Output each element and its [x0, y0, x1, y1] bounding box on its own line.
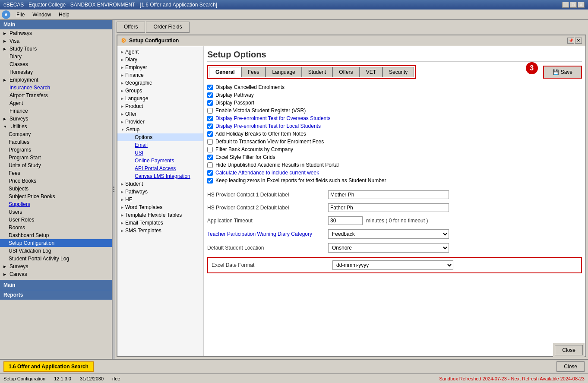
- tree-item-student[interactable]: ▶ Student: [117, 180, 203, 188]
- sidebar-item-classes[interactable]: ▶ Classes: [0, 60, 112, 68]
- tab-language[interactable]: Language: [266, 67, 301, 77]
- tree-item-employer[interactable]: ▶ Employer: [117, 63, 203, 71]
- sidebar-item-setup-configuration[interactable]: Setup Configuration: [0, 239, 112, 247]
- sidebar-item-agent[interactable]: ▶ Agent: [0, 99, 112, 107]
- sidebar-item-price-books[interactable]: Price Books: [0, 177, 112, 185]
- checkbox-input[interactable]: [207, 85, 213, 90]
- task-button[interactable]: 1.6 Offer and Application Search: [3, 361, 94, 372]
- hs-contact-1-input[interactable]: [328, 190, 449, 199]
- tab-offers[interactable]: Offers: [332, 67, 359, 77]
- checkbox-input[interactable]: [207, 147, 213, 152]
- excel-date-format-select[interactable]: dd-mmm-yyyy: [332, 260, 453, 270]
- checkbox-input[interactable]: [207, 139, 213, 145]
- close-button-bottom[interactable]: Close: [556, 361, 585, 372]
- checkbox-input[interactable]: [207, 100, 213, 106]
- sidebar-item-company[interactable]: Company: [0, 130, 112, 138]
- tree-item-setup[interactable]: ▼ Setup: [117, 126, 203, 133]
- sidebar-item-diary[interactable]: ▶ Diary: [0, 53, 112, 60]
- checkbox-input[interactable]: [207, 108, 213, 114]
- tab-fees[interactable]: Fees: [241, 67, 266, 77]
- sidebar-item-homestay[interactable]: ▶ Homestay: [0, 68, 112, 76]
- menu-file[interactable]: File: [13, 11, 28, 19]
- tree-item-diary[interactable]: ▶ Diary: [117, 56, 203, 63]
- tree-item-api-portal-access[interactable]: API Portal Access: [117, 165, 203, 172]
- tree-item-online-payments[interactable]: Online Payments: [117, 157, 203, 165]
- sidebar-item-study-tours[interactable]: ▶ Study Tours: [0, 45, 112, 53]
- tab-vet[interactable]: VET: [360, 67, 383, 77]
- sidebar-item-canvas[interactable]: ▶ Canvas: [0, 270, 112, 278]
- tree-item-email[interactable]: Email: [117, 141, 203, 149]
- sidebar-item-pathways[interactable]: ▶ Pathways: [0, 29, 112, 37]
- sidebar-item-surveys2[interactable]: ▶ Surveys: [0, 263, 112, 270]
- sidebar-item-fees[interactable]: Fees: [0, 169, 112, 177]
- tree-item-groups[interactable]: ▶ Groups: [117, 87, 203, 95]
- tab-order-fields[interactable]: Order Fields: [146, 22, 189, 33]
- close-panel-button[interactable]: ✕: [575, 38, 582, 44]
- application-timeout-input[interactable]: [328, 216, 363, 225]
- checkbox-input[interactable]: [207, 116, 213, 121]
- checkbox-input[interactable]: [207, 131, 213, 137]
- maximize-button[interactable]: □: [570, 2, 577, 8]
- sidebar-item-users[interactable]: Users: [0, 208, 112, 216]
- sidebar-item-surveys[interactable]: ▶ Surveys: [0, 115, 112, 123]
- menu-window[interactable]: Window: [29, 11, 54, 19]
- tab-security[interactable]: Security: [383, 67, 414, 77]
- tree-item-provider[interactable]: ▶ Provider: [117, 118, 203, 126]
- tree-item-email-templates[interactable]: ▶ Email Templates: [117, 219, 203, 227]
- sidebar-item-suppliers[interactable]: Suppliers: [0, 200, 112, 208]
- tree-item-he[interactable]: ▶ HE: [117, 196, 203, 203]
- sidebar-section-main[interactable]: Main: [0, 280, 112, 290]
- sidebar-item-insurance-search[interactable]: ▶ Insurance Search: [0, 84, 112, 92]
- tree-item-geographic[interactable]: ▶ Geographic: [117, 79, 203, 87]
- checkbox-input[interactable]: [207, 178, 213, 184]
- tree-item-finance[interactable]: ▶ Finance: [117, 71, 203, 79]
- tree-item-offer[interactable]: ▶ Offer: [117, 110, 203, 118]
- sidebar-item-visa[interactable]: ▶ Visa: [0, 37, 112, 45]
- checkbox-input[interactable]: [207, 92, 213, 98]
- checkbox-input[interactable]: [207, 162, 213, 168]
- sidebar-item-utilities[interactable]: ▼ Utilities: [0, 123, 112, 130]
- tree-item-template-flexible-tables[interactable]: ▶ Template Flexible Tables: [117, 211, 203, 219]
- tab-offers[interactable]: Offers: [117, 22, 145, 33]
- tree-item-canvas-lms[interactable]: Canvas LMS Integration: [117, 172, 203, 180]
- sidebar-item-units-of-study[interactable]: Units of Study: [0, 161, 112, 169]
- checkbox-input[interactable]: [207, 155, 213, 160]
- close-button[interactable]: Close: [555, 345, 583, 355]
- default-student-location-select[interactable]: Onshore: [328, 243, 449, 253]
- sidebar-section-reports[interactable]: Reports: [0, 290, 112, 300]
- pin-button[interactable]: 📌: [567, 38, 574, 44]
- sidebar-item-faculties[interactable]: Faculties: [0, 138, 112, 146]
- hs-contact-2-input[interactable]: [328, 203, 449, 212]
- sidebar-item-user-roles[interactable]: User Roles: [0, 216, 112, 224]
- teacher-participation-select[interactable]: Feedback: [328, 229, 449, 239]
- checkbox-input[interactable]: [207, 170, 213, 176]
- sidebar-item-finance[interactable]: ▶ Finance: [0, 107, 112, 115]
- checkbox-input[interactable]: [207, 123, 213, 129]
- sidebar-item-dashboard-setup[interactable]: Dashboard Setup: [0, 231, 112, 239]
- sidebar-item-program-start[interactable]: Program Start: [0, 154, 112, 161]
- sidebar-item-rooms[interactable]: Rooms: [0, 224, 112, 231]
- window-title-text: Setup Configuration: [129, 38, 179, 44]
- arrow-icon: ▶: [3, 47, 6, 51]
- sidebar-item-programs[interactable]: Programs: [0, 146, 112, 154]
- tree-item-options[interactable]: Options: [117, 133, 203, 141]
- tree-item-usi[interactable]: USI: [117, 149, 203, 157]
- minimize-button[interactable]: —: [562, 2, 569, 8]
- close-window-button[interactable]: ✕: [578, 2, 585, 8]
- tree-item-product[interactable]: ▶ Product: [117, 102, 203, 110]
- sidebar-item-student-portal-activity-log[interactable]: Student Portal Activity Log: [0, 255, 112, 263]
- tree-item-pathways[interactable]: ▶ Pathways: [117, 188, 203, 196]
- tab-student[interactable]: Student: [302, 67, 332, 77]
- tree-item-agent[interactable]: ▶ Agent: [117, 48, 203, 56]
- sidebar-item-subject-price-books[interactable]: Subject Price Books: [0, 193, 112, 200]
- sidebar-item-airport-transfers[interactable]: ▶ Airport Transfers: [0, 92, 112, 99]
- sidebar-item-subjects[interactable]: Subjects: [0, 185, 112, 193]
- menu-help[interactable]: Help: [55, 11, 73, 19]
- sidebar-item-usi-validation-log[interactable]: USI Validation Log: [0, 247, 112, 255]
- tree-item-word-templates[interactable]: ▶ Word Templates: [117, 203, 203, 211]
- tree-item-sms-templates[interactable]: ▶ SMS Templates: [117, 227, 203, 234]
- tree-item-language[interactable]: ▶ Language: [117, 95, 203, 102]
- tab-general[interactable]: General: [209, 67, 241, 77]
- sidebar-item-employment[interactable]: ▶ Employment: [0, 76, 112, 84]
- save-button[interactable]: 💾 Save: [543, 66, 582, 79]
